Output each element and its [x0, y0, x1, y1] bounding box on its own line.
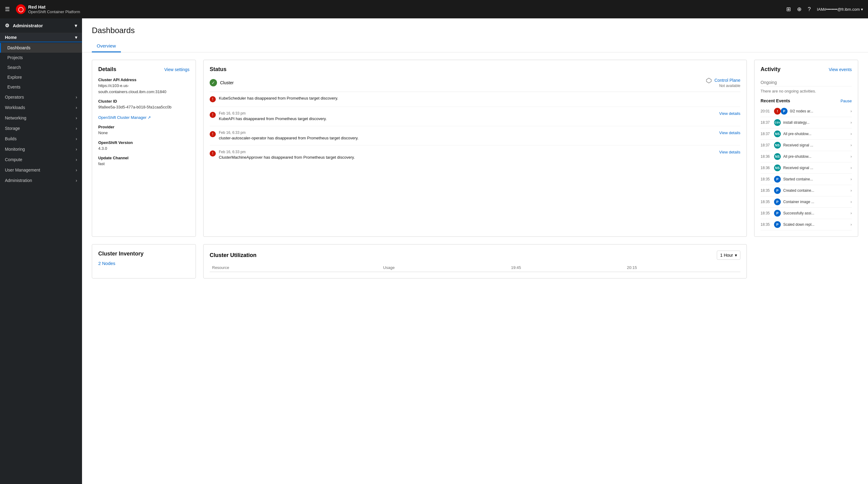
status-event-1: ! KubeScheduler has disappeared from Pro…	[210, 95, 740, 107]
activity-card-header: Activity View events	[761, 66, 852, 73]
brand-top-label: Red Hat	[28, 4, 80, 9]
recent-event-2[interactable]: 18:37 CSV install strategy... ›	[761, 117, 852, 129]
event-text: Scaled down repl...	[783, 222, 848, 227]
sidebar-item-events[interactable]: Events	[0, 82, 82, 92]
time-range-select[interactable]: 1 Hour ▾	[717, 251, 740, 260]
event-chevron-icon: ›	[850, 154, 852, 159]
control-plane-status: Not available	[706, 84, 740, 88]
apps-grid-icon[interactable]: ⊞	[786, 6, 791, 12]
sidebar-group-monitoring[interactable]: Monitoring ›	[0, 144, 82, 154]
recent-events-title: Recent Events	[761, 98, 790, 103]
event-badge-ns: NS	[774, 142, 781, 148]
event-text: cluster-autoscaler-operator has disappea…	[219, 135, 714, 141]
sidebar-explore-label: Explore	[7, 75, 22, 80]
utilization-header: Cluster Utilization 1 Hour ▾	[210, 251, 740, 260]
event-time: 18:37	[761, 132, 772, 136]
event-time: 20:01	[761, 109, 772, 113]
event-text: ClusterMachineApprover has disappeared f…	[219, 155, 714, 160]
recent-event-3[interactable]: 18:37 NS All pre-shutdow... ›	[761, 129, 852, 140]
gear-icon: ⚙	[5, 23, 9, 28]
sidebar-networking-label: Networking	[5, 115, 26, 120]
col-time-1: 19:45	[509, 263, 625, 272]
recent-event-5[interactable]: 18:36 NS All pre-shutdow... ›	[761, 151, 852, 162]
help-icon[interactable]: ?	[808, 6, 811, 12]
sidebar-operators-label: Operators	[5, 95, 24, 99]
tabs: Overview	[92, 40, 858, 52]
event-chevron-icon: ›	[850, 166, 852, 170]
recent-event-9[interactable]: 18:35 P Container image ... ›	[761, 196, 852, 208]
svg-marker-0	[706, 78, 711, 83]
sidebar-group-workloads[interactable]: Workloads ›	[0, 102, 82, 113]
recent-events-header: Recent Events Pause	[761, 98, 852, 103]
status-event-2: ! Feb 16, 6:33 pm KubeAPI has disappeare…	[210, 111, 740, 126]
event-badge-p: P	[774, 210, 781, 217]
sidebar-item-explore[interactable]: Explore	[0, 72, 82, 82]
util-table-head: Resource Usage 19:45 20:15	[210, 263, 740, 272]
tab-overview[interactable]: Overview	[92, 40, 121, 52]
cluster-label: Cluster	[220, 80, 234, 85]
user-menu[interactable]: IAM#••••••••@fr.ibm.com ▾	[817, 7, 863, 12]
sidebar-workloads-label: Workloads	[5, 105, 25, 110]
utilization-title: Cluster Utilization	[210, 252, 256, 259]
brand-name: Red Hat OpenShift Container Platform	[28, 4, 80, 14]
event-content: KubeScheduler has disappeared from Prome…	[219, 95, 740, 101]
hamburger-icon[interactable]: ☰	[5, 6, 10, 12]
event-time: 18:35	[761, 189, 772, 193]
sidebar-item-dashboards[interactable]: Dashboards	[0, 43, 82, 53]
error-icon: !	[210, 112, 216, 118]
openshift-cluster-manager-link[interactable]: OpenShift Cluster Manager ↗	[98, 115, 151, 120]
event-text: Started containe...	[783, 177, 848, 181]
home-label: Home	[5, 35, 17, 40]
redhat-circle-icon: ◯	[16, 4, 26, 14]
sidebar-group-operators[interactable]: Operators ›	[0, 92, 82, 102]
main-header: Dashboards Overview	[82, 18, 868, 52]
event-chevron-icon: ›	[850, 132, 852, 136]
event-date: Feb 16, 6:33 pm	[219, 150, 714, 154]
user-chevron-icon: ▾	[861, 7, 863, 12]
view-details-link[interactable]: View details	[719, 131, 740, 135]
view-settings-link[interactable]: View settings	[164, 67, 189, 72]
sidebar-item-search[interactable]: Search	[0, 62, 82, 72]
recent-event-11[interactable]: 18:35 P Scaled down repl... ›	[761, 219, 852, 230]
status-cluster-row: ✓ Cluster Control Plane Not available	[210, 78, 740, 92]
recent-event-8[interactable]: 18:35 P Created containe... ›	[761, 185, 852, 196]
view-details-link[interactable]: View details	[719, 150, 740, 154]
pause-link[interactable]: Pause	[840, 98, 852, 103]
recent-event-6[interactable]: 18:36 NS Received signal ... ›	[761, 162, 852, 174]
event-badge-p: P	[774, 221, 781, 228]
event-badge-error: !	[774, 108, 781, 115]
view-events-link[interactable]: View events	[829, 67, 852, 72]
cards-row-1: Details View settings Cluster API Addres…	[92, 60, 858, 237]
event-badge-p: P	[774, 176, 781, 182]
sidebar-group-user-management[interactable]: User Management ›	[0, 165, 82, 175]
error-icon: !	[210, 96, 216, 102]
workloads-chevron-icon: ›	[75, 105, 77, 110]
view-details-link[interactable]: View details	[719, 111, 740, 116]
nodes-link[interactable]: 2 Nodes	[98, 261, 115, 266]
control-plane-link[interactable]: Control Plane	[714, 78, 740, 83]
recent-event-10[interactable]: 18:35 P Successfully assi... ›	[761, 208, 852, 219]
sidebar-group-networking[interactable]: Networking ›	[0, 113, 82, 123]
event-content: Feb 16, 6:33 pm KubeAPI has disappeared …	[219, 111, 714, 122]
sidebar-search-label: Search	[7, 65, 21, 70]
add-icon[interactable]: ⊕	[797, 6, 802, 12]
recent-event-1[interactable]: 20:01 ! P 0/2 nodes ar... ›	[761, 106, 852, 117]
admin-switcher[interactable]: ⚙ Administrator ▾	[0, 18, 82, 33]
sidebar-group-compute[interactable]: Compute ›	[0, 154, 82, 165]
sidebar-group-builds[interactable]: Builds ›	[0, 134, 82, 144]
ongoing-label: Ongoing	[761, 78, 852, 86]
sidebar-group-administration[interactable]: Administration ›	[0, 175, 82, 186]
home-chevron-icon: ▾	[75, 35, 77, 40]
sidebar-group-storage[interactable]: Storage ›	[0, 123, 82, 134]
sidebar-item-projects[interactable]: Projects	[0, 53, 82, 62]
detail-cluster-manager-value: OpenShift Cluster Manager ↗	[98, 115, 189, 121]
sidebar-administration-label: Administration	[5, 178, 32, 183]
recent-event-4[interactable]: 18:37 NS Received signal ... ›	[761, 140, 852, 151]
event-time: 18:37	[761, 120, 772, 125]
event-content: Feb 16, 6:33 pm ClusterMachineApprover h…	[219, 150, 714, 160]
recent-event-7[interactable]: 18:35 P Started containe... ›	[761, 174, 852, 185]
details-card-title: Details	[98, 66, 116, 73]
event-text: 0/2 nodes ar...	[790, 109, 848, 113]
compute-chevron-icon: ›	[75, 157, 77, 162]
event-chevron-icon: ›	[850, 200, 852, 204]
